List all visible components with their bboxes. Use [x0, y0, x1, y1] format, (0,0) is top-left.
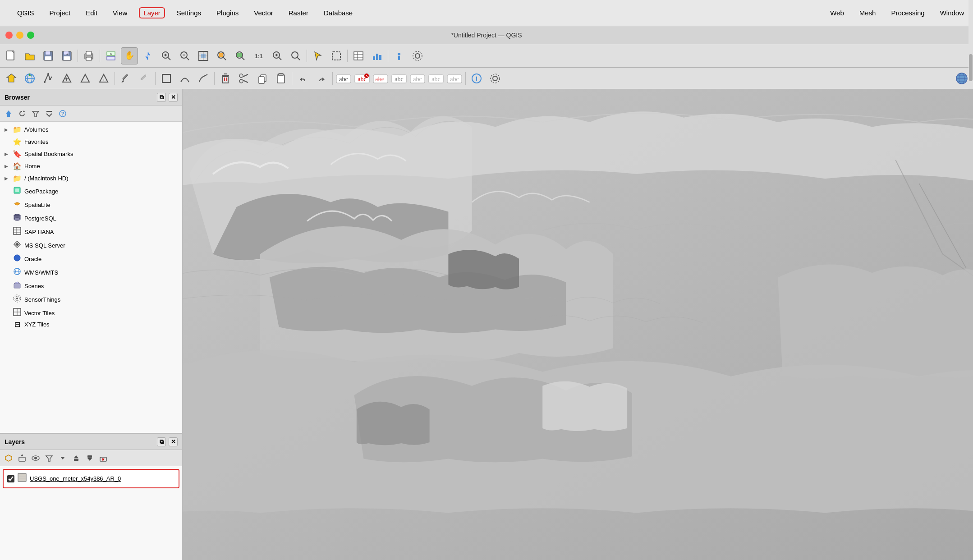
tree-item-mssql[interactable]: MS SQL Server	[0, 239, 182, 252]
shape-digitize-button[interactable]	[158, 70, 175, 87]
save-project-button[interactable]	[40, 47, 57, 64]
identify-features-button[interactable]	[390, 47, 408, 64]
close-button[interactable]	[5, 32, 13, 39]
menu-item-plugins[interactable]: Plugins	[213, 7, 242, 18]
zoom-full-extent-button[interactable]	[195, 47, 212, 64]
menu-item-window[interactable]: Window	[936, 7, 968, 18]
label-blocked-button[interactable]: abc	[372, 70, 389, 87]
tree-item-xyz-tiles[interactable]: ⊟ XYZ Tiles	[0, 320, 182, 329]
tree-item-scenes[interactable]: Scenes	[0, 279, 182, 293]
stream-digitize-button[interactable]	[195, 70, 212, 87]
browser-float-button[interactable]: ⧉	[157, 93, 166, 102]
paste-features-button[interactable]	[272, 70, 289, 87]
pan-to-selection-button[interactable]	[139, 47, 156, 64]
cut-features-button[interactable]	[235, 70, 252, 87]
open-attribute-table-button[interactable]	[350, 47, 367, 64]
select-features-button[interactable]	[309, 47, 326, 64]
layer-item-usgs[interactable]: USGS_one_meter_x54y386_AR_0	[3, 469, 179, 488]
menu-item-project[interactable]: Project	[46, 7, 74, 18]
tree-item-favorites[interactable]: ⭐ Favorites	[0, 136, 182, 148]
diagram-tool-button[interactable]: abc	[390, 70, 408, 87]
zoom-1-1-button[interactable]: 1:1	[250, 47, 267, 64]
layer-visibility-button[interactable]	[30, 452, 41, 464]
move-feature-button[interactable]	[136, 70, 153, 87]
open-project-button[interactable]	[21, 47, 38, 64]
zoom-in-button[interactable]	[158, 47, 175, 64]
deselect-button[interactable]	[328, 47, 345, 64]
move-layer-down-button[interactable]	[84, 452, 96, 464]
zoom-to-layer-button[interactable]	[232, 47, 249, 64]
open-layer-properties-button[interactable]	[3, 452, 14, 464]
menu-item-settings[interactable]: Settings	[173, 7, 205, 18]
zoom-to-selection-button[interactable]	[213, 47, 230, 64]
layer-checkbox[interactable]	[7, 475, 14, 482]
change-label-button[interactable]: abc	[446, 70, 463, 87]
pan-tool-button[interactable]: ✋	[121, 47, 138, 64]
menu-item-view[interactable]: View	[109, 7, 131, 18]
tree-item-postgresql[interactable]: PostgreSQL	[0, 211, 182, 225]
minimize-button[interactable]	[16, 32, 23, 39]
tree-item-sensorthings[interactable]: SensorThings	[0, 293, 182, 306]
zoom-out-button[interactable]	[176, 47, 193, 64]
tree-item-volumes[interactable]: 📁 /Volumes	[0, 124, 182, 136]
redo-button[interactable]	[313, 70, 330, 87]
layers-float-button[interactable]: ⧉	[157, 437, 166, 446]
tree-item-sap-hana[interactable]: SAP HANA	[0, 225, 182, 239]
save-as-button[interactable]: +	[58, 47, 75, 64]
digitize-button[interactable]	[40, 70, 57, 87]
rotate-label-button[interactable]: abc	[427, 70, 445, 87]
menu-item-layer[interactable]: Layer	[139, 7, 165, 18]
tree-item-macintosh-hd[interactable]: 📁 / (Macintosh HD)	[0, 172, 182, 184]
undo-button[interactable]	[294, 70, 312, 87]
add-wms-button[interactable]	[21, 70, 38, 87]
edit-digitize-button[interactable]	[77, 70, 94, 87]
add-feature-button[interactable]	[58, 70, 75, 87]
tree-item-geopackage[interactable]: GeoPackage	[0, 184, 182, 198]
browser-filter-button[interactable]	[30, 108, 41, 119]
move-layer-up-button[interactable]	[70, 452, 82, 464]
remove-layer-button[interactable]	[97, 452, 109, 464]
tree-item-wms[interactable]: WMS/WMTS	[0, 266, 182, 279]
menu-item-web[interactable]: Web	[826, 7, 848, 18]
menu-item-vector[interactable]: Vector	[250, 7, 277, 18]
new-project-button[interactable]	[3, 47, 20, 64]
filter-layer-button[interactable]	[43, 452, 55, 464]
edit-attributes-button[interactable]: a	[102, 47, 119, 64]
map-area[interactable]	[183, 89, 973, 560]
settings-button[interactable]	[409, 47, 426, 64]
label-pin-button[interactable]: abc	[353, 70, 371, 87]
advanced-digitize-button[interactable]: +	[95, 70, 112, 87]
copy-features-button[interactable]	[254, 70, 271, 87]
browser-close-button[interactable]: ✕	[169, 93, 178, 102]
tree-item-vector-tiles[interactable]: Vector Tiles	[0, 306, 182, 320]
add-layer-to-panel-button[interactable]	[16, 452, 28, 464]
zoom-out-2-button[interactable]	[287, 47, 304, 64]
delete-selected-button[interactable]	[217, 70, 234, 87]
menu-item-qgis[interactable]: QGIS	[14, 7, 38, 18]
maximize-button[interactable]	[27, 32, 34, 39]
tree-item-oracle[interactable]: Oracle	[0, 252, 182, 266]
menu-item-edit[interactable]: Edit	[82, 7, 101, 18]
statistics-button[interactable]	[368, 47, 386, 64]
label-tool-button[interactable]: abc	[335, 70, 352, 87]
browser-collapse-button[interactable]	[43, 108, 55, 119]
globe-button[interactable]	[953, 70, 970, 87]
menu-item-mesh[interactable]: Mesh	[856, 7, 880, 18]
tree-item-spatial-bookmarks[interactable]: 🔖 Spatial Bookmarks	[0, 148, 182, 160]
zoom-in-2-button[interactable]	[269, 47, 286, 64]
layer-filter-dropdown[interactable]	[57, 452, 69, 464]
print-layout-button[interactable]	[80, 47, 97, 64]
identify-button[interactable]: i	[468, 70, 485, 87]
browser-add-button[interactable]	[3, 108, 14, 119]
browser-help-button[interactable]: ?	[57, 108, 69, 119]
tree-item-spatialite[interactable]: SpatiaLite	[0, 198, 182, 211]
curve-digitize-button[interactable]	[176, 70, 193, 87]
tree-item-home[interactable]: 🏠 Home	[0, 160, 182, 172]
move-label-button[interactable]: abc	[409, 70, 426, 87]
pencil-edit-button[interactable]	[117, 70, 134, 87]
settings2-button[interactable]	[486, 70, 504, 87]
menu-item-processing[interactable]: Processing	[887, 7, 928, 18]
menu-item-raster[interactable]: Raster	[285, 7, 312, 18]
menu-item-database[interactable]: Database	[320, 7, 356, 18]
browser-refresh-button[interactable]	[16, 108, 28, 119]
